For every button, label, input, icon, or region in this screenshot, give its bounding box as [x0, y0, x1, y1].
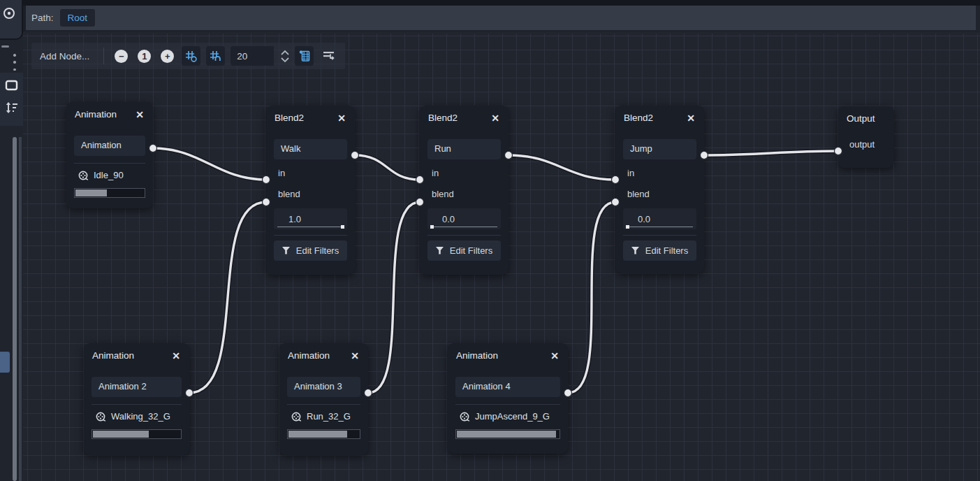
node-title: Blend2	[624, 113, 653, 123]
playback-progress	[74, 188, 145, 198]
dock-divider-dash	[1, 45, 9, 48]
node-name-field[interactable]: Walk	[274, 139, 347, 159]
close-icon[interactable]: ✕	[136, 110, 144, 120]
animation-name: Idle_90	[94, 170, 124, 180]
in-port-label: in	[623, 168, 696, 178]
blend-slider-handle[interactable]	[626, 225, 629, 229]
snap-grid-toggle-button[interactable]	[182, 46, 200, 66]
node-name-field[interactable]: Animation 4	[455, 377, 560, 397]
snap-grid-icon	[185, 50, 197, 62]
path-breadcrumb-bar: Path: Root	[23, 6, 980, 32]
animation-name: Run_32_G	[307, 411, 351, 422]
blend-slider	[431, 227, 497, 227]
node-name-field[interactable]: Animation 2	[92, 377, 182, 397]
zoom-reset-button[interactable]: 1	[138, 50, 151, 63]
playback-progress	[287, 429, 360, 439]
blend-port-label: blend	[427, 189, 501, 199]
snap-distance-spinbox[interactable]: 20	[231, 46, 274, 66]
snap-distance-value: 20	[237, 51, 247, 62]
node-name-field[interactable]: Run	[427, 139, 501, 159]
node-title: Animation	[288, 350, 330, 361]
blend-value-spin[interactable]: 1.0	[274, 208, 347, 229]
animation-name: JumpAscend_9_G	[475, 411, 550, 422]
spin-down-icon[interactable]	[281, 57, 289, 62]
node-title: Animation	[75, 109, 117, 120]
blend-value-spin[interactable]: 0.0	[623, 208, 696, 229]
node-name-field[interactable]: Animation	[74, 136, 145, 156]
animation-name: Walking_32_G	[111, 411, 170, 422]
node-title: Blend2	[275, 113, 304, 123]
node-blend2-run[interactable]: Blend2 ✕ Run in blend 0.0 Edit Filters	[420, 106, 509, 275]
blend-slider-handle[interactable]	[430, 225, 434, 229]
panel-layout-icon[interactable]	[5, 80, 19, 91]
edit-filters-button[interactable]: Edit Filters	[274, 240, 347, 261]
animation-picker[interactable]: Idle_90	[74, 170, 145, 180]
animation-picker[interactable]: JumpAscend_9_G	[455, 411, 560, 422]
snap-distance-steppers[interactable]	[281, 50, 289, 62]
edit-filters-button[interactable]: Edit Filters	[623, 240, 696, 261]
toolbar-separator	[103, 48, 104, 64]
edit-filters-button[interactable]: Edit Filters	[427, 240, 501, 261]
in-port-label: in	[427, 168, 501, 178]
spin-up-icon[interactable]	[281, 50, 289, 55]
funnel-icon	[631, 247, 640, 254]
left-dock	[0, 0, 23, 481]
node-animation-jumpascend[interactable]: Animation ✕ Animation 4 JumpAscend_9_G	[448, 343, 568, 454]
snap-guides-icon	[210, 50, 221, 62]
breadcrumb-root-button[interactable]: Root	[60, 9, 96, 27]
playback-progress	[92, 429, 182, 439]
blend-slider	[277, 227, 344, 227]
animation-picker[interactable]: Run_32_G	[287, 411, 360, 422]
film-reel-icon	[291, 412, 301, 422]
film-reel-icon	[96, 412, 105, 422]
selected-item-edge	[0, 352, 10, 373]
snap-guides-toggle-button[interactable]	[206, 46, 225, 66]
funnel-icon	[282, 247, 291, 254]
path-label: Path:	[31, 13, 54, 23]
blend-port-label: blend	[623, 189, 696, 199]
add-node-button[interactable]: Add Node...	[38, 51, 95, 62]
kebab-menu-icon[interactable]	[12, 54, 17, 71]
dock-scrollbar[interactable]	[13, 137, 17, 481]
close-icon[interactable]: ✕	[550, 351, 559, 361]
animation-picker[interactable]: Walking_32_G	[92, 411, 182, 422]
close-icon[interactable]: ✕	[337, 113, 346, 123]
dock-edge-strip	[19, 137, 22, 481]
blend-port-label: blend	[274, 189, 347, 199]
close-icon[interactable]: ✕	[172, 351, 180, 361]
node-animation-run[interactable]: Animation ✕ Animation 3 Run_32_G	[279, 343, 368, 455]
node-blend2-walk[interactable]: Blend2 ✕ Walk in blend 1.0 Edit Filters	[266, 106, 355, 275]
zoom-out-button[interactable]: −	[115, 50, 128, 63]
node-output[interactable]: Output output	[838, 106, 894, 168]
blend-value-spin[interactable]: 0.0	[427, 208, 501, 229]
dock-top-panel	[0, 0, 23, 40]
node-name-field[interactable]: Jump	[623, 139, 696, 159]
auto-arrange-nodes-button[interactable]	[319, 46, 338, 66]
node-title: Blend2	[428, 113, 458, 123]
node-name-field[interactable]: Animation 3	[287, 377, 360, 397]
node-title: Animation	[456, 350, 498, 361]
node-title: Animation	[92, 350, 134, 361]
playback-progress	[455, 429, 560, 439]
zoom-in-button[interactable]: +	[161, 50, 174, 63]
graph-toolbar: Add Node... − 1 + 20	[31, 43, 345, 69]
blend-slider-handle[interactable]	[341, 225, 344, 229]
film-reel-icon	[78, 171, 88, 180]
funnel-icon	[436, 247, 444, 254]
node-animation-walking[interactable]: Animation ✕ Animation 2 Walking_32_G	[84, 343, 189, 455]
close-icon[interactable]: ✕	[491, 113, 499, 123]
film-reel-icon	[460, 412, 469, 422]
onion-skinning-icon[interactable]	[1, 6, 18, 24]
node-blend2-jump[interactable]: Blend2 ✕ Jump in blend 0.0 Edit Filters	[615, 106, 704, 273]
animation-player-button[interactable]	[295, 46, 314, 66]
close-icon[interactable]: ✕	[687, 113, 695, 123]
blend-slider	[627, 227, 693, 227]
close-icon[interactable]: ✕	[351, 351, 359, 361]
node-title: Output	[847, 113, 875, 124]
output-port-label: output	[849, 139, 894, 150]
arrange-nodes-icon	[322, 50, 335, 62]
window-top-strip	[23, 0, 980, 6]
in-port-label: in	[274, 168, 347, 178]
sort-filter-icon[interactable]	[5, 101, 19, 115]
node-animation-idle[interactable]: Animation ✕ Animation Idle_90	[66, 102, 153, 208]
